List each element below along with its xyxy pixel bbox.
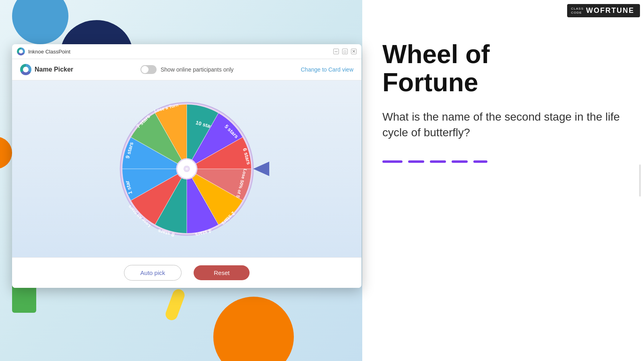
class-code-badge: class code WOFRTUNE [567,4,640,17]
close-button[interactable]: ✕ [351,49,357,54]
app-icon [17,47,25,55]
wheel-container[interactable]: 10 stars 5 stars 6 stars Lose 50% of Sta… [118,101,255,237]
titlebar-buttons[interactable]: ─ □ ✕ [333,49,357,54]
wheel-svg: 10 stars 5 stars 6 stars Lose 50% of Sta… [118,101,255,237]
slide-title: Wheel ofFortune [382,40,624,97]
name-picker-text: Name Picker [35,66,73,73]
dialog-header: Name Picker Show online participants onl… [12,59,361,80]
dialog-window: Inknoe ClassPoint ─ □ ✕ Name Picker Show… [12,44,361,288]
scroll-indicator [639,164,641,197]
change-view-link[interactable]: Change to Card view [301,66,353,73]
wheel-pointer [253,162,269,176]
dialog-titlebar: Inknoe ClassPoint ─ □ ✕ [12,44,361,59]
dialog-body: 10 stars 5 stars 6 stars Lose 50% of Sta… [12,80,361,257]
cc-label: class code [571,7,584,14]
dialog-footer: Auto pick Reset [12,257,361,288]
minimize-button[interactable]: ─ [333,49,339,54]
maximize-button[interactable]: □ [342,49,348,54]
prog-dot-5 [473,160,487,163]
name-picker-icon-inner [23,67,29,72]
name-picker-icon [20,64,31,75]
dialog-title: Inknoe ClassPoint [28,49,70,55]
prog-dot-2 [408,160,424,163]
auto-pick-button[interactable]: Auto pick [124,265,182,281]
slide-question: What is the name of the second stage in … [382,109,624,140]
name-picker-label: Name Picker [20,64,73,75]
toggle-area: Show online participants only [140,65,233,74]
cc-label1: class [571,7,584,11]
progress-dots [382,160,624,163]
cc-code: WOFRTUNE [586,6,634,15]
reset-button[interactable]: Reset [194,265,250,280]
cc-label2: code [571,11,584,15]
prog-dot-1 [382,160,402,163]
prog-dot-4 [452,160,468,163]
online-toggle[interactable] [140,65,157,74]
titlebar-left: Inknoe ClassPoint [17,47,70,55]
prog-dot-3 [430,160,446,163]
right-panel: Wheel ofFortune What is the name of the … [362,0,644,361]
toggle-label: Show online participants only [161,66,233,73]
app-icon-inner [19,49,23,53]
